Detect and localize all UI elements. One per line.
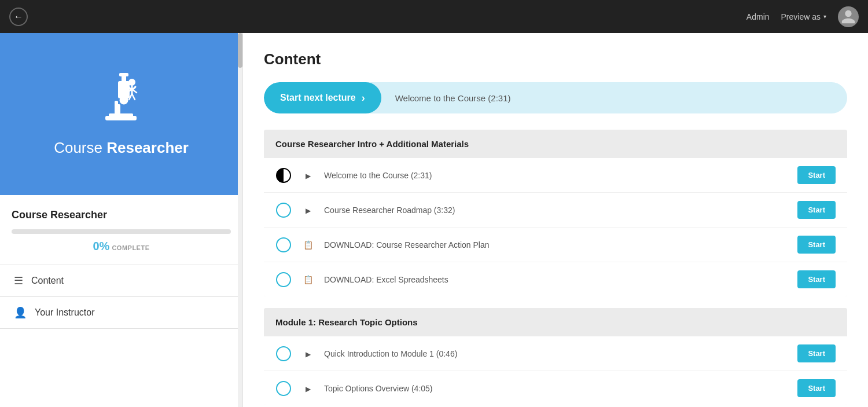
- start-button[interactable]: Start: [797, 344, 836, 362]
- module-header-research: Module 1: Research Topic Options: [264, 308, 847, 336]
- empty-circle-icon: [276, 237, 291, 252]
- table-row: Course Researcher Roadmap (3:32) Start: [264, 193, 847, 228]
- progress-bar-container: [12, 229, 231, 234]
- start-arrow-icon: ›: [362, 92, 365, 104]
- sidebar-nav: ☰ Content 👤 Your Instructor: [0, 265, 242, 407]
- video-play-icon: [306, 206, 311, 215]
- start-next-lecture-label: Start next lecture: [280, 93, 356, 103]
- content-heading: Content: [264, 50, 847, 68]
- preview-as-button[interactable]: Preview as ▾: [781, 12, 826, 21]
- sidebar-item-content[interactable]: ☰ Content: [0, 265, 242, 297]
- svg-point-9: [128, 79, 135, 86]
- avatar: [838, 6, 859, 27]
- svg-point-7: [120, 97, 127, 104]
- progress-percent: 0%: [93, 240, 109, 253]
- start-button[interactable]: Start: [797, 236, 836, 254]
- empty-circle-icon: [276, 346, 291, 361]
- instructor-icon: 👤: [14, 306, 27, 319]
- sidebar-hero: .ms{fill:white;} Course Researcher: [0, 33, 242, 195]
- progress-complete-label: COMPLETE: [112, 244, 149, 251]
- start-lecture-bar: Start next lecture › Welcome to the Cour…: [264, 82, 847, 113]
- sidebar-title-normal: Course: [54, 139, 102, 156]
- lecture-name: DOWNLOAD: Course Researcher Action Plan: [324, 240, 788, 250]
- status-half-icon: [275, 167, 292, 184]
- sidebar: .ms{fill:white;} Course Researcher Cours…: [0, 33, 243, 407]
- status-empty-icon: [275, 237, 292, 253]
- content-area: Content Start next lecture › Welcome to …: [243, 33, 868, 407]
- lecture-name: Welcome to the Course (2:31): [324, 171, 788, 180]
- start-button[interactable]: Start: [797, 166, 836, 184]
- lecture-name: Quick Introduction to Module 1 (0:46): [324, 349, 788, 358]
- start-lecture-next-text: Welcome to the Course (2:31): [381, 93, 525, 103]
- sidebar-title-bold: Researcher: [106, 139, 189, 156]
- status-empty-icon: [275, 346, 292, 362]
- back-icon: ←: [14, 12, 23, 22]
- document-icon: 📋: [303, 240, 313, 250]
- lecture-name: Course Researcher Roadmap (3:32): [324, 206, 788, 215]
- doc-icon: 📋: [301, 273, 315, 287]
- admin-label: Admin: [746, 12, 770, 21]
- empty-circle-icon: [276, 381, 291, 396]
- start-next-lecture-button[interactable]: Start next lecture ›: [264, 82, 381, 113]
- status-empty-icon: [275, 380, 292, 397]
- svg-line-14: [132, 94, 135, 100]
- scrollbar-thumb[interactable]: [238, 33, 242, 68]
- scrollbar-track[interactable]: [238, 33, 242, 407]
- empty-circle-icon: [276, 272, 291, 287]
- lecture-name: Topic Options Overview (4:05): [324, 384, 788, 393]
- sidebar-hero-title: Course Researcher: [54, 139, 189, 157]
- video-play-icon: [306, 171, 311, 180]
- empty-circle-icon: [276, 203, 291, 218]
- progress-text: 0% COMPLETE: [12, 240, 231, 253]
- doc-icon: 📋: [301, 238, 315, 252]
- video-icon: [301, 203, 315, 217]
- chevron-down-icon: ▾: [823, 13, 826, 20]
- sidebar-course-name: Course Researcher: [12, 209, 231, 221]
- start-button[interactable]: Start: [797, 270, 836, 288]
- video-icon: [301, 382, 315, 395]
- svg-rect-5: [105, 116, 137, 120]
- video-icon: [301, 168, 315, 182]
- start-button[interactable]: Start: [797, 379, 836, 397]
- video-play-icon: [306, 384, 311, 393]
- preview-as-label: Preview as: [781, 12, 821, 21]
- table-row: 📋 DOWNLOAD: Course Researcher Action Pla…: [264, 228, 847, 262]
- module-section-research: Module 1: Research Topic Options Quick I…: [264, 308, 847, 405]
- table-row: Topic Options Overview (4:05) Start: [264, 371, 847, 405]
- half-circle-icon: [276, 168, 291, 183]
- content-icon: ☰: [14, 274, 23, 287]
- main-layout: .ms{fill:white;} Course Researcher Cours…: [0, 33, 868, 407]
- sidebar-item-instructor[interactable]: 👤 Your Instructor: [0, 297, 242, 329]
- navbar-right: Admin Preview as ▾: [746, 6, 859, 27]
- document-icon: 📋: [303, 275, 313, 284]
- module-section-intro: Course Researcher Intro + Additional Mat…: [264, 130, 847, 296]
- back-button[interactable]: ←: [9, 8, 28, 26]
- status-empty-icon: [275, 272, 292, 288]
- start-button[interactable]: Start: [797, 201, 836, 219]
- sidebar-content-label: Content: [31, 276, 64, 286]
- video-play-icon: [306, 349, 311, 358]
- sidebar-instructor-label: Your Instructor: [35, 307, 94, 318]
- navbar: ← Admin Preview as ▾: [0, 0, 868, 33]
- lecture-name: DOWNLOAD: Excel Spreadsheets: [324, 275, 788, 284]
- svg-rect-8: [119, 73, 128, 76]
- module-header-intro: Course Researcher Intro + Additional Mat…: [264, 130, 847, 158]
- status-empty-icon: [275, 202, 292, 218]
- user-avatar-icon: [840, 9, 856, 25]
- table-row: Welcome to the Course (2:31) Start: [264, 158, 847, 193]
- table-row: Quick Introduction to Module 1 (0:46) St…: [264, 336, 847, 371]
- sidebar-info: Course Researcher 0% COMPLETE: [0, 195, 242, 265]
- video-icon: [301, 347, 315, 361]
- table-row: 📋 DOWNLOAD: Excel Spreadsheets Start: [264, 262, 847, 296]
- microscope-icon: .ms{fill:white;}: [93, 72, 150, 130]
- navbar-left: ←: [9, 8, 28, 26]
- svg-rect-6: [117, 104, 120, 115]
